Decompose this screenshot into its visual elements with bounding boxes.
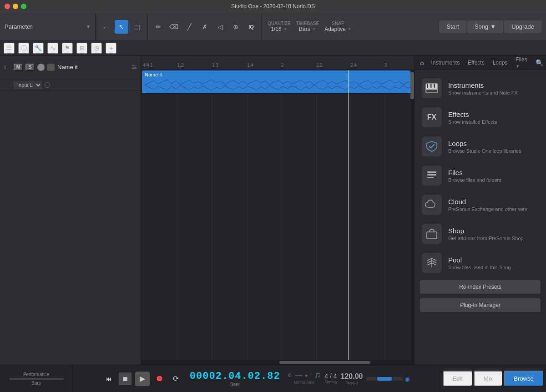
browse-item-instruments[interactable]: Instruments Show Instruments and Note FX: [415, 74, 546, 103]
performance-label: Performance: [23, 372, 49, 377]
flag-icon[interactable]: ⚑: [62, 43, 73, 54]
song-button[interactable]: Song ▼: [467, 20, 503, 33]
loop-range: ◉: [366, 375, 410, 382]
loop-button[interactable]: ⟳: [170, 372, 182, 385]
svg-rect-6: [435, 84, 437, 90]
start-button[interactable]: Start: [439, 20, 466, 33]
scrollbar-thumb[interactable]: [410, 72, 414, 99]
mix-tab[interactable]: Mix: [474, 371, 503, 387]
transport-edit-icon[interactable]: ⟿: [295, 372, 302, 378]
ruler-mark-44: 4/4: [143, 63, 149, 68]
instruments-icon-wrap: [422, 78, 442, 98]
pool-title: Pool: [448, 256, 511, 264]
quantize-value[interactable]: 1/16 ▼: [271, 26, 287, 32]
snap-value[interactable]: Adaptive ▼: [324, 26, 352, 32]
browse-list: Instruments Show Instruments and Note FX…: [415, 70, 546, 365]
maximize-button[interactable]: [21, 4, 26, 9]
record-arm-button[interactable]: [37, 64, 45, 71]
loop-range-bar: [366, 377, 403, 381]
wrench-icon[interactable]: 🔧: [33, 43, 44, 54]
tab-instruments[interactable]: Instruments: [427, 58, 463, 68]
razor-tool[interactable]: ╱: [182, 20, 196, 34]
time-format-label: Bars: [230, 382, 240, 387]
timesig-value: 4 / 4: [324, 373, 337, 380]
input-record-dot[interactable]: [45, 82, 50, 88]
grid-icon[interactable]: ⊞: [76, 43, 87, 54]
curve-icon[interactable]: ∿: [47, 43, 58, 54]
settings-icon[interactable]: ⚙: [288, 372, 292, 378]
tab-effects[interactable]: Effects: [464, 58, 488, 68]
click-icon[interactable]: ●: [305, 372, 308, 378]
scrollbar-h-thumb[interactable]: [279, 361, 370, 364]
browse-item-files[interactable]: Files Browse files and folders: [415, 161, 546, 190]
pitch-icon[interactable]: ꜝ: [310, 372, 312, 378]
close-button[interactable]: [5, 4, 10, 9]
bracket-tool[interactable]: ⌐: [99, 20, 113, 34]
browse-item-effects[interactable]: FX Effects Show installed Effects: [415, 103, 546, 132]
lasso-tool[interactable]: ⬚: [130, 20, 144, 34]
info-icon[interactable]: ⓘ: [18, 43, 29, 54]
parameter-arrow: ▼: [86, 24, 91, 29]
browse-item-loops[interactable]: Loops Browse Studio One loop libraries: [415, 132, 546, 161]
clock-icon[interactable]: ◷: [91, 43, 102, 54]
rewind-button[interactable]: ⏮: [102, 372, 115, 385]
search-icon[interactable]: 🔍: [536, 59, 543, 66]
eraser-tool[interactable]: ⌫: [167, 20, 181, 34]
edit-tab[interactable]: Edit: [443, 371, 473, 387]
pointer-tool[interactable]: ↖: [115, 20, 128, 34]
browse-tab[interactable]: Browse: [504, 371, 543, 387]
pencil-tool[interactable]: ✏: [152, 20, 165, 34]
grid-line-13: [212, 70, 212, 360]
upgrade-button[interactable]: Upgrade: [504, 20, 541, 33]
secondary-toolbar: ☰ ⓘ 🔧 ∿ ⚑ ⊞ ◷ ＋: [0, 41, 546, 55]
effects-text: Effects Show installed Effects: [448, 111, 497, 125]
timeline-scrollbar[interactable]: [141, 360, 414, 365]
ruler-mark-12: 1.2: [177, 63, 184, 68]
ruler-mark-3: 3: [384, 63, 387, 68]
vertical-scrollbar[interactable]: [410, 70, 414, 360]
browse-item-cloud[interactable]: Cloud PreSonus Exchange and other serv: [415, 190, 546, 219]
clip-label: Name it: [145, 72, 162, 77]
home-tab[interactable]: ⌂: [417, 57, 426, 68]
record-button[interactable]: ⏺: [153, 372, 166, 385]
solo-button[interactable]: S: [25, 64, 35, 71]
tempo-icon[interactable]: 🎵: [314, 372, 321, 378]
timeline-area: 4/4 1 1.2 1.3 1.4 2 2.2 2.4 3 3.2: [141, 55, 414, 365]
loops-text: Loops Browse Studio One loop libraries: [448, 140, 521, 154]
window-controls[interactable]: [5, 4, 26, 9]
zoom-tool[interactable]: ⊕: [229, 20, 243, 34]
audio-clip[interactable]: Name it: [142, 70, 414, 93]
browse-item-shop[interactable]: Shop Get add-ons from PreSonus Shop: [415, 219, 546, 248]
mute-tool[interactable]: ✗: [198, 20, 212, 34]
window-title: Studio One - 2020-02-10 Norio DS: [231, 3, 315, 10]
tab-loops[interactable]: Loops: [489, 58, 511, 68]
top-right-buttons: Start Song ▼ Upgrade: [435, 20, 546, 33]
bottom-bar: Performance Bars ⏮ ⏹ ▶ ⏺ ⟳ 00002.04.02.8…: [0, 365, 546, 392]
iq-btn[interactable]: IQ: [244, 20, 258, 34]
input-select[interactable]: Input L: [14, 81, 42, 89]
track-name[interactable]: Name it: [57, 64, 128, 70]
reindex-button[interactable]: Re-Index Presets: [420, 280, 541, 294]
play-button[interactable]: ▶: [135, 372, 150, 386]
timebase-value[interactable]: Bars ▼: [299, 26, 316, 32]
plus-icon[interactable]: ＋: [106, 43, 116, 54]
stop-button[interactable]: ⏹: [119, 372, 131, 385]
snap-label: Snap: [332, 21, 344, 26]
cloud-icon-wrap: [422, 195, 442, 215]
speaker-tool[interactable]: ◁: [213, 20, 227, 34]
song-arrow: ▼: [490, 23, 496, 30]
minimize-button[interactable]: [13, 4, 18, 9]
quantize-label: Quantize: [268, 21, 291, 26]
monitor-button[interactable]: [47, 64, 55, 71]
mute-button[interactable]: M: [14, 64, 23, 71]
browse-item-pool[interactable]: Pool Show files used in this Song: [415, 248, 546, 277]
pluginmgr-button[interactable]: Plug-In Manager: [420, 298, 541, 312]
loop-active-icon[interactable]: ◉: [404, 375, 410, 382]
menu-icon[interactable]: ☰: [4, 43, 15, 54]
tab-files[interactable]: Files ▼: [512, 55, 535, 71]
pool-icon: [425, 256, 438, 269]
playhead[interactable]: [348, 70, 349, 360]
track-panel: 1 M S Name it ≋ Input L: [0, 55, 141, 365]
cloud-text: Cloud PreSonus Exchange and other serv: [448, 198, 527, 212]
parameter-section: Parameter ▼: [0, 13, 96, 40]
